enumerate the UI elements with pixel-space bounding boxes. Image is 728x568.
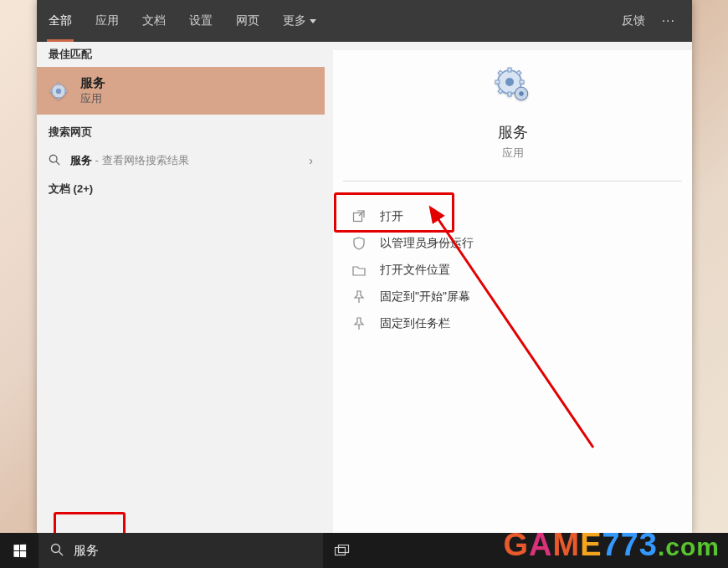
taskbar-search-box[interactable]: 服务 xyxy=(38,533,323,568)
svg-point-1 xyxy=(56,88,61,93)
tab-more[interactable]: 更多 xyxy=(271,0,328,42)
taskbar: 服务 xyxy=(0,533,728,568)
docs-header: 文档 (2+) xyxy=(37,177,325,202)
web-search-query: 服务 xyxy=(70,154,92,166)
best-match-title: 服务 xyxy=(80,75,105,91)
action-pin-start[interactable]: 固定到"开始"屏幕 xyxy=(343,284,682,310)
svg-rect-27 xyxy=(339,545,349,553)
best-match-item[interactable]: 服务 应用 xyxy=(37,67,325,115)
svg-rect-11 xyxy=(508,92,511,96)
task-view-button[interactable] xyxy=(323,533,361,568)
results-left-column: 最佳匹配 服务 应用 搜索网页 xyxy=(37,42,325,534)
web-search-suffix: - 查看网络搜索结果 xyxy=(92,154,189,166)
tab-all[interactable]: 全部 xyxy=(37,0,84,42)
action-open-label: 打开 xyxy=(380,209,403,224)
preview-column: 服务 应用 打开 以管理员身份运行 xyxy=(333,50,692,534)
svg-line-25 xyxy=(59,551,64,555)
best-match-header: 最佳匹配 xyxy=(37,42,325,67)
search-results-panel: 全部 应用 文档 设置 网页 更多 反馈 ··· 最佳匹配 xyxy=(37,0,692,534)
svg-point-6 xyxy=(49,155,57,162)
svg-rect-13 xyxy=(520,80,524,84)
shield-icon xyxy=(351,236,367,251)
action-open-location-label: 打开文件位置 xyxy=(380,263,450,278)
services-gear-icon xyxy=(49,81,69,101)
tab-apps[interactable]: 应用 xyxy=(84,0,131,42)
windows-logo-icon xyxy=(13,544,26,557)
folder-icon xyxy=(351,263,367,278)
chevron-down-icon xyxy=(310,19,316,23)
svg-point-9 xyxy=(505,78,514,86)
tab-bar: 全部 应用 文档 设置 网页 更多 反馈 ··· xyxy=(37,0,692,42)
tab-web[interactable]: 网页 xyxy=(224,0,271,42)
svg-rect-10 xyxy=(508,68,511,72)
preview-subtitle: 应用 xyxy=(502,146,524,161)
best-match-subtitle: 应用 xyxy=(80,91,105,106)
action-pin-taskbar-label: 固定到任务栏 xyxy=(380,316,450,331)
pin-icon xyxy=(351,289,367,304)
search-query-text: 服务 xyxy=(74,543,99,559)
tab-settings[interactable]: 设置 xyxy=(177,0,224,42)
preview-gear-icon xyxy=(493,67,533,107)
action-run-admin-label: 以管理员身份运行 xyxy=(380,236,474,251)
search-icon xyxy=(49,154,60,168)
svg-point-19 xyxy=(519,91,524,96)
svg-point-24 xyxy=(52,544,60,552)
svg-rect-3 xyxy=(58,97,59,100)
svg-line-7 xyxy=(56,161,59,165)
more-options-icon[interactable]: ··· xyxy=(655,13,682,28)
pin-icon xyxy=(351,316,367,331)
preview-title: 服务 xyxy=(498,122,528,142)
action-pin-taskbar[interactable]: 固定到任务栏 xyxy=(343,310,682,337)
chevron-right-icon: › xyxy=(309,154,313,167)
web-search-item[interactable]: 服务 - 查看网络搜索结果 › xyxy=(37,145,325,177)
svg-rect-2 xyxy=(58,82,59,84)
web-search-header: 搜索网页 xyxy=(37,120,325,145)
action-list: 打开 以管理员身份运行 打开文件位置 xyxy=(333,182,692,337)
search-icon xyxy=(50,543,64,559)
start-button[interactable] xyxy=(0,533,38,568)
tab-docs[interactable]: 文档 xyxy=(131,0,177,42)
svg-rect-26 xyxy=(336,548,346,555)
svg-rect-5 xyxy=(64,90,67,92)
action-open[interactable]: 打开 xyxy=(343,203,682,230)
svg-rect-12 xyxy=(495,80,500,84)
open-icon xyxy=(351,209,367,224)
action-open-location[interactable]: 打开文件位置 xyxy=(343,257,682,284)
action-pin-start-label: 固定到"开始"屏幕 xyxy=(380,289,470,304)
svg-rect-4 xyxy=(50,90,53,92)
action-run-admin[interactable]: 以管理员身份运行 xyxy=(343,230,682,257)
feedback-link[interactable]: 反馈 xyxy=(612,13,655,28)
